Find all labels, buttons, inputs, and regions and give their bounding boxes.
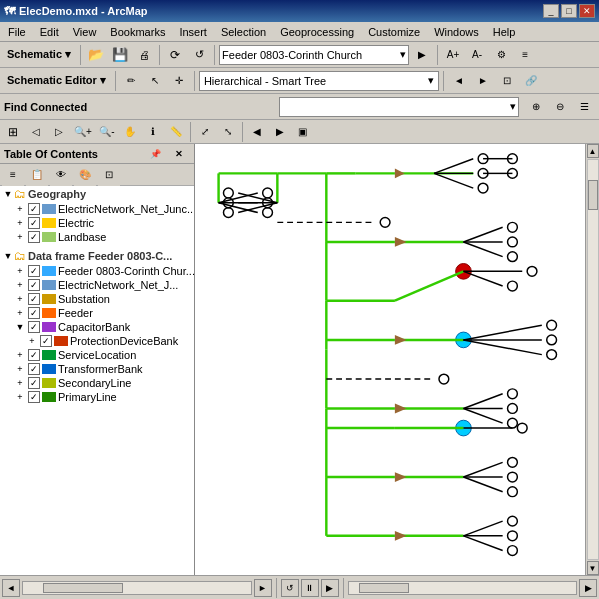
toc-source-btn[interactable]: 📋: [26, 164, 48, 186]
expand-substation[interactable]: +: [14, 293, 26, 305]
schematic-menu-btn[interactable]: Schematic ▾: [2, 44, 76, 66]
menu-insert[interactable]: Insert: [173, 25, 213, 39]
cb-substation[interactable]: ✓: [28, 293, 40, 305]
scroll-up-btn[interactable]: ▲: [587, 144, 599, 158]
map-tools-btn2[interactable]: ⊖: [549, 96, 571, 118]
cb-landbase[interactable]: ✓: [28, 231, 40, 243]
link-btn[interactable]: 🔗: [520, 70, 542, 92]
toc-feeder[interactable]: + ✓ Feeder: [12, 306, 194, 320]
update-btn[interactable]: ↺: [188, 44, 210, 66]
toc-capacitor[interactable]: ▼ ✓ CapacitorBank: [12, 320, 194, 334]
identify-btn[interactable]: ℹ: [142, 121, 164, 143]
menu-view[interactable]: View: [67, 25, 103, 39]
horizontal-scrollbar2[interactable]: [348, 581, 578, 595]
find-connected-dropdown[interactable]: ▾: [279, 97, 519, 117]
pointer-btn[interactable]: ↖: [144, 70, 166, 92]
expand-geography[interactable]: ▼: [2, 188, 14, 200]
menu-geoprocessing[interactable]: Geoprocessing: [274, 25, 360, 39]
scroll-down-btn[interactable]: ▼: [587, 561, 599, 575]
cb-service[interactable]: ✓: [28, 349, 40, 361]
zoom-in-btn[interactable]: A+: [442, 44, 464, 66]
expand-landbase[interactable]: +: [14, 231, 26, 243]
zoom-in2-btn[interactable]: 🔍+: [71, 121, 95, 143]
toc-dataframe-group[interactable]: ▼ 🗂 Data frame Feeder 0803-C...: [0, 248, 194, 264]
toc-geography-group[interactable]: ▼ 🗂 Geography: [0, 186, 194, 202]
zoom-out-btn[interactable]: A-: [466, 44, 488, 66]
map-area[interactable]: ▲ ▼: [195, 144, 599, 575]
menu-customize[interactable]: Customize: [362, 25, 426, 39]
zoom-in-status-btn[interactable]: ▶: [579, 579, 597, 597]
menu-bookmarks[interactable]: Bookmarks: [104, 25, 171, 39]
cb-electric[interactable]: ✓: [28, 217, 40, 229]
cb-feeder0803[interactable]: ✓: [28, 265, 40, 277]
toc-visibility-btn[interactable]: 👁: [50, 164, 72, 186]
close-btn[interactable]: ✕: [579, 4, 595, 18]
toc-pin-btn[interactable]: 📌: [144, 146, 166, 162]
zoom-out2-btn[interactable]: 🔍-: [96, 121, 118, 143]
toc-service[interactable]: + ✓ ServiceLocation: [12, 348, 194, 362]
status-play1-btn[interactable]: ↺: [281, 579, 299, 597]
expand-electric[interactable]: +: [14, 217, 26, 229]
scroll-left-btn[interactable]: ◄: [2, 579, 20, 597]
nav-left-btn[interactable]: ◄: [448, 70, 470, 92]
toc-electric-junc[interactable]: + ✓ ElectricNetwork_Net_Junc...: [12, 202, 194, 216]
scroll-right-btn[interactable]: ►: [254, 579, 272, 597]
expand-service[interactable]: +: [14, 349, 26, 361]
expand-capacitor[interactable]: ▼: [14, 321, 26, 333]
cb-capacitor[interactable]: ✓: [28, 321, 40, 333]
maximize-btn[interactable]: □: [561, 4, 577, 18]
vertical-scrollbar[interactable]: ▲ ▼: [585, 144, 599, 575]
menu-file[interactable]: File: [2, 25, 32, 39]
pan-btn[interactable]: ✋: [119, 121, 141, 143]
cb-secondary[interactable]: ✓: [28, 377, 40, 389]
horizontal-scrollbar[interactable]: [22, 581, 252, 595]
cb-transformer[interactable]: ✓: [28, 363, 40, 375]
arrow-right-btn[interactable]: ▶: [269, 121, 291, 143]
toc-ejunc2[interactable]: + ✓ ElectricNetwork_Net_J...: [12, 278, 194, 292]
toc-close-btn[interactable]: ✕: [168, 146, 190, 162]
cb-protection[interactable]: ✓: [40, 335, 52, 347]
measure-btn[interactable]: 📏: [165, 121, 187, 143]
expand-feeder0803[interactable]: +: [14, 265, 26, 277]
expand-transformer[interactable]: +: [14, 363, 26, 375]
zoom-full-btn[interactable]: ⊞: [2, 121, 24, 143]
toc-feeder0803[interactable]: + ✓ Feeder 0803-Corinth Chur...: [12, 264, 194, 278]
scroll-thumb[interactable]: [588, 180, 598, 210]
print-btn[interactable]: 🖨: [133, 44, 155, 66]
pencil-btn[interactable]: ✏: [120, 70, 142, 92]
toc-select-btn[interactable]: ⊡: [98, 164, 120, 186]
expand-ejunc2[interactable]: +: [14, 279, 26, 291]
cb-primary[interactable]: ✓: [28, 391, 40, 403]
extent-full-btn[interactable]: ⤢: [194, 121, 216, 143]
arrow-left-btn[interactable]: ◀: [246, 121, 268, 143]
expand-secondary[interactable]: +: [14, 377, 26, 389]
h-scroll-thumb[interactable]: [43, 583, 123, 593]
menu-edit[interactable]: Edit: [34, 25, 65, 39]
go-btn[interactable]: ▶: [411, 44, 433, 66]
cb-ejunc[interactable]: ✓: [28, 203, 40, 215]
menu-help[interactable]: Help: [487, 25, 522, 39]
toc-list-btn[interactable]: ≡: [2, 164, 24, 186]
expand-primary[interactable]: +: [14, 391, 26, 403]
menu-selection[interactable]: Selection: [215, 25, 272, 39]
toc-substation[interactable]: + ✓ Substation: [12, 292, 194, 306]
toc-electric[interactable]: + ✓ Electric: [12, 216, 194, 230]
zoom-prev-btn[interactable]: ◁: [25, 121, 47, 143]
zoom-next-btn[interactable]: ▷: [48, 121, 70, 143]
editor-menu-btn[interactable]: Schematic Editor ▾: [2, 70, 111, 92]
save-btn[interactable]: 💾: [109, 44, 131, 66]
h-scroll-thumb2[interactable]: [359, 583, 409, 593]
toc-secondary[interactable]: + ✓ SecondaryLine: [12, 376, 194, 390]
status-pause-btn[interactable]: ⏸: [301, 579, 319, 597]
window-controls[interactable]: _ □ ✕: [543, 4, 595, 18]
cb-feeder[interactable]: ✓: [28, 307, 40, 319]
move-btn[interactable]: ✛: [168, 70, 190, 92]
toc-transformer[interactable]: + ✓ TransformerBank: [12, 362, 194, 376]
toc-draw-btn[interactable]: 🎨: [74, 164, 96, 186]
extent-sel-btn[interactable]: ⤡: [217, 121, 239, 143]
map-tools-btn3[interactable]: ☰: [573, 96, 595, 118]
nav-right-btn[interactable]: ►: [472, 70, 494, 92]
expand-feeder[interactable]: +: [14, 307, 26, 319]
map-tools-btn1[interactable]: ⊕: [525, 96, 547, 118]
select-btn[interactable]: ⊡: [496, 70, 518, 92]
